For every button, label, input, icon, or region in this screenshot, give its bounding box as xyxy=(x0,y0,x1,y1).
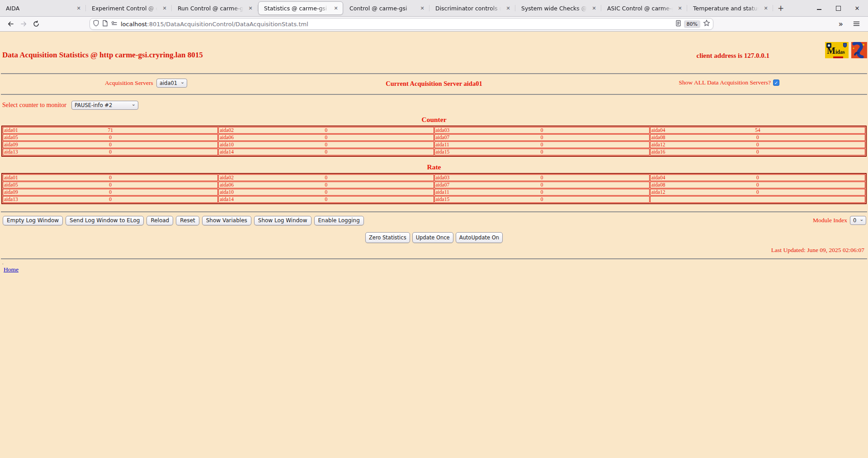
show-log-window-button[interactable]: Show Log Window xyxy=(254,216,311,225)
rate-value: 0 xyxy=(219,175,433,181)
server-name: aida16 xyxy=(651,149,665,155)
server-name: aida03 xyxy=(436,175,450,181)
tab-label: ASIC Control @ carme-g xyxy=(607,5,674,12)
home-link[interactable]: Home xyxy=(4,266,19,273)
rate-cell: aida130 xyxy=(3,196,218,203)
toolbar-overflow-area: » xyxy=(839,19,863,28)
tab-experiment-control-ca[interactable]: Experiment Control @ ca xyxy=(86,1,171,15)
bookmark-star-icon[interactable] xyxy=(703,19,710,28)
autoupdate-on-button[interactable]: AutoUpdate On xyxy=(456,232,503,243)
back-button[interactable] xyxy=(5,18,17,30)
reload-button[interactable]: Reload xyxy=(146,216,173,225)
counter-value: 0 xyxy=(651,149,865,155)
reload-button[interactable] xyxy=(30,18,42,30)
server-name: aida11 xyxy=(436,142,449,148)
enable-logging-button[interactable]: Enable Logging xyxy=(314,216,364,225)
update-once-button[interactable]: Update Once xyxy=(412,232,453,243)
url-text[interactable]: localhost:8015/DataAcquisitionControl/Da… xyxy=(121,21,673,28)
page-info-icon[interactable] xyxy=(102,20,108,28)
server-name: aida02 xyxy=(220,175,234,181)
tab-close-icon[interactable] xyxy=(677,5,683,11)
url-bar[interactable]: localhost:8015/DataAcquisitionControl/Da… xyxy=(90,18,713,30)
tab-close-icon[interactable] xyxy=(75,5,82,11)
tab-aida[interactable]: AIDA xyxy=(0,1,85,15)
tab-temperature-and-status-s[interactable]: Temperature and status s xyxy=(688,1,773,15)
reader-mode-icon[interactable] xyxy=(675,20,681,28)
counter-value: 0 xyxy=(219,142,433,148)
rate-value: 0 xyxy=(219,196,433,202)
tab-system-wide-checks-c[interactable]: System wide Checks @ c xyxy=(516,1,601,15)
page-title: Data Acquisition Statistics @ http carme… xyxy=(2,51,203,60)
tab-close-icon[interactable] xyxy=(763,5,769,11)
tab-control-carme-gsi[interactable]: Control @ carme-gsi xyxy=(344,1,429,15)
counter-value: 0 xyxy=(651,142,865,148)
minimize-icon[interactable] xyxy=(816,5,823,12)
rate-value: 0 xyxy=(3,196,217,202)
server-name: aida09 xyxy=(4,142,18,148)
show-variables-button[interactable]: Show Variables xyxy=(202,216,251,225)
module-index-label: Module Index xyxy=(813,217,847,224)
rate-cell: aida030 xyxy=(434,174,650,181)
close-window-icon[interactable] xyxy=(854,5,861,12)
rate-value: 0 xyxy=(651,189,865,195)
counter-value: 0 xyxy=(219,149,433,155)
rate-cell: aida120 xyxy=(650,189,865,196)
counter-value: 54 xyxy=(651,127,865,133)
tab-close-icon[interactable] xyxy=(333,5,339,11)
counter-cell: aida140 xyxy=(218,149,434,155)
counter-table: aida0171aida020aida030aida0454aida050aid… xyxy=(1,126,867,157)
browser-tab-bar: AIDAExperiment Control @ caRun Control @… xyxy=(0,0,868,17)
rate-value: 0 xyxy=(435,189,649,195)
rate-value: 0 xyxy=(219,182,433,188)
menu-hamburger-icon[interactable] xyxy=(853,20,860,28)
overflow-chevrons-icon[interactable]: » xyxy=(839,19,843,28)
reset-button[interactable]: Reset xyxy=(176,216,199,225)
tab-close-icon[interactable] xyxy=(161,5,168,11)
tab-run-control-carme-gs[interactable]: Run Control @ carme-gs xyxy=(172,1,257,15)
server-name: aida01 xyxy=(4,175,18,181)
counter-value: 0 xyxy=(435,149,649,155)
server-name: aida09 xyxy=(4,189,18,195)
server-name: aida13 xyxy=(4,149,18,155)
page-header: Data Acquisition Statistics @ http carme… xyxy=(0,32,868,73)
tab-label: Statistics @ carme-gsi xyxy=(264,5,330,12)
counter-monitor-select[interactable]: PAUSE-info #2 xyxy=(71,101,138,110)
new-tab-button[interactable]: + xyxy=(773,0,788,16)
counter-cell: aida130 xyxy=(3,149,218,155)
server-name: aida02 xyxy=(220,127,234,133)
module-index-select[interactable]: 0 xyxy=(850,216,866,225)
zoom-level-badge[interactable]: 80% xyxy=(684,20,700,28)
tab-statistics-carme-gsi[interactable]: Statistics @ carme-gsi xyxy=(258,1,343,15)
tab-close-icon[interactable] xyxy=(247,5,254,11)
counter-value: 0 xyxy=(3,149,217,155)
counter-select-row: Select counter to monitor PAUSE-info #2 xyxy=(0,95,868,116)
maximize-icon[interactable] xyxy=(835,5,842,12)
server-name: aida15 xyxy=(436,196,450,202)
server-name: aida13 xyxy=(4,196,18,202)
dot-text: . xyxy=(2,261,868,265)
tab-discriminator-controls[interactable]: Discriminator controls @ xyxy=(430,1,515,15)
tab-asic-control-carme-g[interactable]: ASIC Control @ carme-g xyxy=(602,1,687,15)
send-log-window-to-elog-button[interactable]: Send Log Window to ELog xyxy=(66,216,144,225)
tab-label: System wide Checks @ c xyxy=(521,5,588,12)
tab-close-icon[interactable] xyxy=(419,5,425,11)
counter-cell: aida090 xyxy=(3,141,218,148)
tab-close-icon[interactable] xyxy=(505,5,511,11)
client-address-text: client address is 127.0.0.1 xyxy=(697,52,769,60)
counter-value: 0 xyxy=(219,135,433,140)
show-all-servers-checkbox[interactable] xyxy=(773,79,779,86)
rate-cell: aida040 xyxy=(650,174,865,181)
shield-icon[interactable] xyxy=(93,19,99,28)
tab-strip: AIDAExperiment Control @ caRun Control @… xyxy=(0,0,773,16)
zero-statistics-button[interactable]: Zero Statistics xyxy=(365,232,410,243)
forward-button[interactable] xyxy=(17,18,30,30)
empty-log-window-button[interactable]: Empty Log Window xyxy=(3,216,63,225)
rate-value: 0 xyxy=(3,175,217,181)
table-row: aida130aida140aida150aida160 xyxy=(3,149,865,155)
tab-close-icon[interactable] xyxy=(591,5,597,11)
rate-cell: aida060 xyxy=(218,182,434,188)
permissions-tunnel-icon[interactable] xyxy=(111,20,118,28)
server-name: aida04 xyxy=(651,127,665,133)
server-name: aida14 xyxy=(220,149,234,155)
server-name: aida11 xyxy=(436,189,449,195)
